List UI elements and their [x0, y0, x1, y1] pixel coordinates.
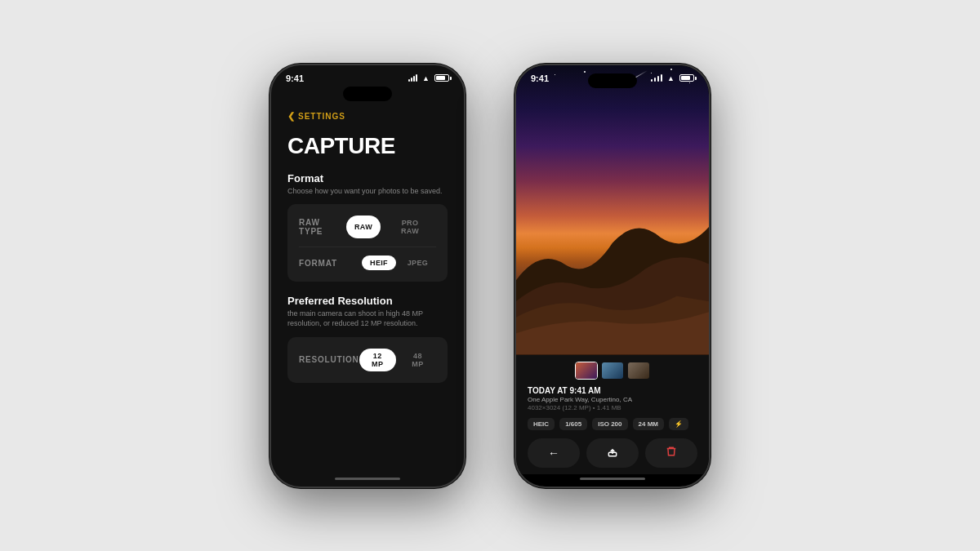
dynamic-island-left [343, 87, 392, 101]
thumbnail-2[interactable] [601, 362, 624, 380]
exif-format: HEIC [528, 418, 555, 430]
format-card: RAW TYPE RAW PRO RAW FORMAT HEIF JPEG [287, 204, 448, 282]
battery-icon-right [679, 74, 694, 82]
resolution-section-title: Preferred Resolution [287, 295, 448, 307]
battery-icon [434, 74, 449, 82]
share-button[interactable] [586, 438, 639, 468]
dunes-svg [516, 195, 709, 354]
photo-info-panel: TODAY AT 9:41 AM One Apple Park Way, Cup… [516, 355, 709, 474]
format-row: FORMAT HEIF JPEG [299, 247, 436, 273]
photo-location: One Apple Park Way, Cupertino, CA [528, 396, 697, 403]
status-time-right: 9:41 [531, 73, 549, 83]
back-icon: ← [548, 447, 559, 460]
wifi-icon-right: ▲ [667, 74, 675, 82]
back-nav-label: SETTINGS [298, 112, 345, 121]
resolution-row: RESOLUTION 12 MP 48 MP [299, 345, 436, 375]
format-section-desc: Choose how you want your photos to be sa… [287, 187, 448, 197]
resolution-card: RESOLUTION 12 MP 48 MP [287, 337, 448, 383]
action-row: ← [528, 438, 697, 468]
page-title: CAPTURE [287, 133, 448, 159]
raw-type-label: RAW TYPE [299, 218, 346, 236]
back-button[interactable]: ← [528, 438, 580, 468]
home-indicator-left [335, 478, 400, 480]
status-time-left: 9:41 [286, 73, 304, 83]
thumbnail-1[interactable] [575, 362, 598, 380]
48mp-button[interactable]: 48 MP [399, 349, 436, 371]
photo-dimensions: 4032×3024 (12.2 MP) • 1.41 MB [528, 404, 697, 411]
dynamic-island-right [588, 73, 637, 88]
pro-raw-button[interactable]: PRO RAW [384, 216, 436, 238]
format-label: FORMAT [299, 259, 337, 268]
status-icons-left: ▲ [408, 74, 449, 82]
photo-area [516, 65, 709, 355]
left-phone: 9:41 ▲ ❮ SETTINGS [270, 64, 466, 488]
delete-button[interactable] [645, 438, 697, 468]
exif-flash: ⚡ [669, 418, 688, 430]
resolution-toggle[interactable]: 12 MP 48 MP [359, 349, 436, 371]
thumbnail-row [528, 362, 697, 380]
thumbnail-3[interactable] [627, 362, 650, 380]
format-toggle[interactable]: HEIF JPEG [362, 256, 436, 270]
settings-content: ❮ SETTINGS CAPTURE Format Choose how you… [271, 104, 464, 474]
home-indicator-right [580, 478, 645, 480]
resolution-section-desc: the main camera can shoot in high 48 MP … [287, 309, 448, 328]
format-section-title: Format [287, 172, 448, 184]
photo-background [516, 65, 709, 355]
photo-timestamp: TODAY AT 9:41 AM [528, 386, 697, 395]
share-icon [607, 446, 618, 460]
jpeg-button[interactable]: JPEG [399, 256, 436, 270]
signal-icon [408, 74, 417, 82]
raw-type-row: RAW TYPE RAW PRO RAW [299, 212, 436, 242]
exif-row: HEIC 1/605 ISO 200 24 MM ⚡ [528, 418, 697, 430]
signal-icon-right [651, 74, 662, 82]
exif-iso: ISO 200 [592, 418, 627, 430]
resolution-label: RESOLUTION [299, 355, 359, 364]
wifi-icon: ▲ [422, 74, 430, 82]
exif-shutter: 1/605 [559, 418, 587, 430]
raw-type-toggle[interactable]: RAW PRO RAW [346, 216, 436, 238]
trash-icon [666, 446, 677, 460]
heif-button[interactable]: HEIF [362, 256, 396, 270]
svg-rect-0 [608, 452, 616, 456]
back-chevron-icon: ❮ [287, 111, 295, 122]
raw-button[interactable]: RAW [346, 216, 381, 238]
right-phone: 9:41 ▲ [514, 64, 710, 488]
status-bar-left: 9:41 ▲ [271, 65, 464, 87]
status-icons-right: ▲ [651, 74, 694, 82]
exif-focal: 24 MM [633, 418, 664, 430]
12mp-button[interactable]: 12 MP [359, 349, 396, 371]
back-nav[interactable]: ❮ SETTINGS [287, 111, 448, 122]
